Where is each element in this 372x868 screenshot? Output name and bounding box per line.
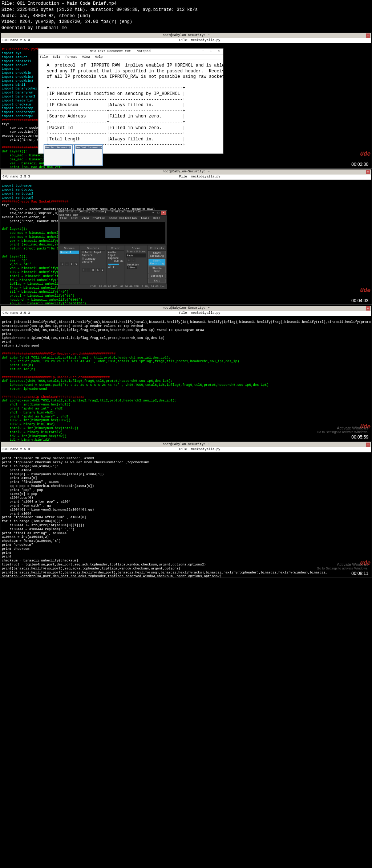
timestamp: 00:05:59 bbox=[351, 435, 368, 440]
notepad-title: New Text Document.txt - Notepad bbox=[40, 49, 200, 53]
meta-file: File: 001 Introduction - Main Code Brief… bbox=[1, 1, 371, 7]
menu-help[interactable]: Help bbox=[95, 55, 103, 59]
volume-slider[interactable] bbox=[108, 264, 119, 265]
start-recording-button[interactable]: Start Recording bbox=[148, 259, 166, 266]
gear-icon[interactable]: ⚙ bbox=[91, 268, 95, 272]
obs-panels: Scenes Scene 3 + − ∧ ∨ Sources Audio Inp… bbox=[58, 245, 167, 284]
close-icon[interactable]: × bbox=[366, 33, 370, 38]
scenes-panel: Scenes Scene 3 + − ∧ ∨ bbox=[58, 245, 80, 284]
down-icon[interactable]: ∨ bbox=[101, 268, 105, 272]
close-icon[interactable]: × bbox=[366, 170, 370, 174]
window-controls: − □ × bbox=[200, 49, 222, 53]
taskbar-thumb-2[interactable]: New Text Document.txt - N... bbox=[74, 144, 103, 166]
remove-icon[interactable]: − bbox=[86, 268, 90, 272]
meta-audio: Audio: aac, 48000 Hz, stereo (und) bbox=[1, 13, 371, 19]
def-ipstruct: def ipstruct(vhd5,TOS5,total5,id5,ipflag… bbox=[2, 379, 269, 391]
studio-mode-button[interactable]: Studio Mode bbox=[148, 266, 166, 273]
obs-titlebar[interactable]: OBS 21.0.1 (64bit, windows) - Profile: U… bbox=[58, 211, 167, 216]
mixer-db: 0.0 dB bbox=[114, 260, 123, 263]
maximize-icon[interactable]: □ bbox=[156, 211, 161, 215]
obs-preview[interactable] bbox=[60, 222, 165, 244]
imports-block: import sys import struct import binascii… bbox=[2, 52, 37, 118]
notepad-window[interactable]: New Text Document.txt - Notepad − □ × Fi… bbox=[38, 48, 223, 154]
terminal-titlebar[interactable]: root@Babylon-Security: ~ × bbox=[1, 33, 371, 38]
terminal-titlebar[interactable]: root@Babylon-Security: ~ × bbox=[1, 306, 371, 311]
menu-file[interactable]: File bbox=[60, 216, 67, 220]
minimize-icon[interactable]: − bbox=[151, 211, 156, 215]
panel-title: Sources bbox=[81, 246, 105, 251]
exit-button[interactable]: Exit bbox=[148, 279, 166, 283]
menu-tools[interactable]: Tools bbox=[141, 216, 149, 220]
maximize-icon[interactable]: □ bbox=[208, 49, 214, 53]
section-header: #########################Ip-Header-Lengt… bbox=[2, 352, 116, 356]
imports-block: import tcpheader import sendtotcp import… bbox=[2, 184, 33, 199]
eye-icon[interactable] bbox=[82, 251, 84, 253]
eye-icon[interactable] bbox=[82, 257, 84, 260]
add-icon[interactable]: + bbox=[82, 268, 86, 272]
activate-windows-watermark: Activate Windows Go to Settings to activ… bbox=[317, 426, 368, 434]
nano-filename: File: meckobiyalla.py bbox=[179, 448, 220, 452]
menu-view[interactable]: View bbox=[82, 55, 90, 59]
menu-file[interactable]: File bbox=[40, 55, 48, 59]
start-streaming-button[interactable]: Start Streaming bbox=[148, 251, 166, 258]
minimize-icon[interactable]: − bbox=[200, 49, 206, 53]
loop-block: print "TcpHeader 2D Array Second Method"… bbox=[2, 457, 149, 559]
menu-scene-collection[interactable]: Scene Collection bbox=[109, 216, 137, 220]
panel-title: Mixer bbox=[107, 246, 124, 251]
up-icon[interactable]: ∧ bbox=[70, 262, 74, 266]
terminal-titlebar[interactable]: root@Babylon-Security: ~ × bbox=[1, 169, 371, 175]
close-icon[interactable]: × bbox=[161, 211, 166, 215]
section-header: #########################Ip-Header-Struc… bbox=[2, 376, 110, 379]
speaker-icon[interactable]: 🔊 bbox=[108, 265, 111, 268]
menu-help[interactable]: Help bbox=[153, 216, 160, 220]
activate-windows-watermark: Activate Windows Go to Settings to activ… bbox=[317, 562, 368, 570]
shebang-line: #!/usr/bin/env python bbox=[2, 48, 43, 51]
timestamp: 00:02:30 bbox=[351, 162, 368, 167]
def-iplen: def iplen(vhd1,TOS1,total1,id1,ipflag1,f… bbox=[2, 356, 239, 371]
close-icon[interactable]: × bbox=[216, 49, 222, 53]
mixer-source: Audio Input Capture 0.0 dB bbox=[107, 251, 124, 260]
terminal-titlebar[interactable]: root@Babylon-Security: ~ × bbox=[1, 442, 371, 447]
close-icon[interactable]: × bbox=[366, 306, 370, 311]
nano-version: GNU nano 2.5.3 bbox=[3, 39, 30, 43]
meta-video: Video: h264, yuv420p, 1280x720, 24.00 fp… bbox=[1, 19, 371, 25]
menu-edit[interactable]: Edit bbox=[53, 55, 61, 59]
obs-status-bar: LIVE: 00:00:00 REC: 00:00:00 CPU: 2.0%, … bbox=[58, 284, 167, 289]
close-icon[interactable]: × bbox=[366, 443, 370, 447]
up-icon[interactable]: ∧ bbox=[96, 268, 100, 272]
down-icon[interactable]: ∨ bbox=[74, 262, 78, 266]
remove-icon[interactable]: − bbox=[132, 258, 136, 262]
nano-header: GNU nano 2.5.3 File: meckobiyalla.py bbox=[1, 447, 371, 452]
menu-edit[interactable]: Edit bbox=[71, 216, 78, 220]
notepad-titlebar[interactable]: New Text Document.txt - Notepad − □ × bbox=[39, 49, 223, 55]
notepad-content[interactable]: A protocol of IPPROTO_RAW implies enable… bbox=[39, 60, 223, 151]
gear-icon[interactable]: ⚙ bbox=[113, 265, 114, 268]
obs-menubar: File Edit View Profile Scene Collection … bbox=[58, 216, 167, 220]
transition-select[interactable]: Fade bbox=[126, 254, 146, 257]
settings-button[interactable]: Settings bbox=[148, 274, 166, 278]
taskbar-thumb-1[interactable]: New Text Document (2).txt - No... bbox=[44, 144, 73, 166]
source-item[interactable]: Display Capture bbox=[81, 257, 105, 264]
scene-item[interactable]: Scene 3 bbox=[60, 251, 79, 254]
menu-format[interactable]: Format bbox=[65, 55, 77, 59]
nano-filename: File: meckobiyalla.py bbox=[179, 39, 220, 43]
duration-value[interactable]: 300ms bbox=[127, 266, 137, 269]
code-editor[interactable]: print "TcpHeader 2D Array Second Method"… bbox=[1, 452, 371, 577]
nano-header: GNU nano 2.5.3 File: meckobiyalla.py bbox=[1, 311, 371, 316]
obs-window[interactable]: OBS 21.0.1 (64bit, windows) - Profile: U… bbox=[58, 210, 167, 289]
add-icon[interactable]: + bbox=[60, 262, 64, 266]
video-metadata: File: 001 Introduction - Main Code Brief… bbox=[0, 0, 372, 32]
nano-header: GNU nano 2.5.3 File: meckobiyalla.py bbox=[1, 175, 371, 180]
menu-profile[interactable]: Profile bbox=[93, 216, 105, 220]
menu-view[interactable]: View bbox=[82, 216, 89, 220]
add-icon[interactable]: + bbox=[127, 258, 131, 262]
nano-version: GNU nano 2.5.3 bbox=[3, 175, 30, 179]
controls-panel: Controls Start Streaming Start Recording… bbox=[147, 245, 167, 284]
meta-size: Size: 22254815 bytes (21.22 MiB), durati… bbox=[1, 7, 371, 13]
udemy-watermark: Ude bbox=[360, 151, 371, 157]
panel-title: Scene Transitions bbox=[126, 246, 146, 254]
udemy-watermark: Ude bbox=[360, 287, 371, 294]
activate-line2: Go to Settings to activate Windows. bbox=[317, 430, 368, 434]
remove-icon[interactable]: − bbox=[65, 262, 69, 266]
source-item[interactable]: Audio Input Capture bbox=[81, 251, 105, 257]
